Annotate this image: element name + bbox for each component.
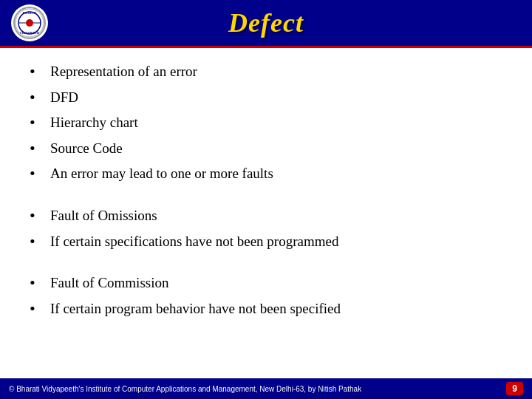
slide-container: BHARATI VIDYAPEETH Defect • Representati… xyxy=(0,0,532,399)
bullet-text-4: Source Code xyxy=(50,139,502,159)
list-item: • If certain specifications have not bee… xyxy=(30,229,502,255)
list-item: • DFD xyxy=(30,85,502,111)
spacer-1 xyxy=(30,194,502,203)
bullet-text-2: DFD xyxy=(50,88,502,108)
list-item: • Source Code xyxy=(30,136,502,162)
slide-content: • Representation of an error • DFD • Hie… xyxy=(0,48,532,378)
bullet-text-6: Fault of Omissions xyxy=(50,206,502,226)
list-item: • If certain program behavior have not b… xyxy=(30,296,502,322)
list-item: • An error may lead to one or more fault… xyxy=(30,161,502,187)
footer-page-number: 9 xyxy=(506,382,523,395)
svg-point-2 xyxy=(26,19,33,27)
list-item: • Representation of an error xyxy=(30,59,502,85)
bullet-icon: • xyxy=(30,164,44,183)
bullet-text-8: Fault of Commission xyxy=(50,273,502,293)
bullet-icon: • xyxy=(30,206,44,225)
slide-footer: © Bharati Vidyapeeth's Institute of Comp… xyxy=(0,378,532,399)
footer-attribution: © Bharati Vidyapeeth's Institute of Comp… xyxy=(9,385,361,393)
logo-inner: BHARATI VIDYAPEETH xyxy=(13,7,46,39)
bullet-icon: • xyxy=(30,299,44,318)
bullet-text-3: Hierarchy chart xyxy=(50,113,502,133)
bullet-icon: • xyxy=(30,113,44,132)
svg-text:BHARATI: BHARATI xyxy=(23,11,37,15)
bullet-icon: • xyxy=(30,62,44,81)
bullet-icon: • xyxy=(30,273,44,293)
bullet-icon: • xyxy=(30,88,44,107)
list-item: • Hierarchy chart xyxy=(30,110,502,136)
logo: BHARATI VIDYAPEETH xyxy=(11,4,48,41)
bullet-text-7: If certain specifications have not been … xyxy=(50,232,502,252)
slide-header: BHARATI VIDYAPEETH Defect xyxy=(0,0,532,48)
list-item: • Fault of Commission xyxy=(30,270,502,296)
bullet-icon: • xyxy=(30,232,44,251)
bullet-group-3: • Fault of Commission • If certain progr… xyxy=(30,270,502,321)
bullet-text-5: An error may lead to one or more faults xyxy=(50,164,502,184)
list-item: • Fault of Omissions xyxy=(30,203,502,229)
svg-text:VIDYAPEETH: VIDYAPEETH xyxy=(20,31,40,35)
bullet-text-9: If certain program behavior have not bee… xyxy=(50,299,502,319)
bullet-text-1: Representation of an error xyxy=(50,62,502,82)
page-title: Defect xyxy=(228,7,304,38)
bullet-group-2: • Fault of Omissions • If certain specif… xyxy=(30,203,502,254)
spacer-2 xyxy=(30,262,502,270)
bullet-icon: • xyxy=(30,139,44,158)
bullet-group-1: • Representation of an error • DFD • Hie… xyxy=(30,59,502,187)
